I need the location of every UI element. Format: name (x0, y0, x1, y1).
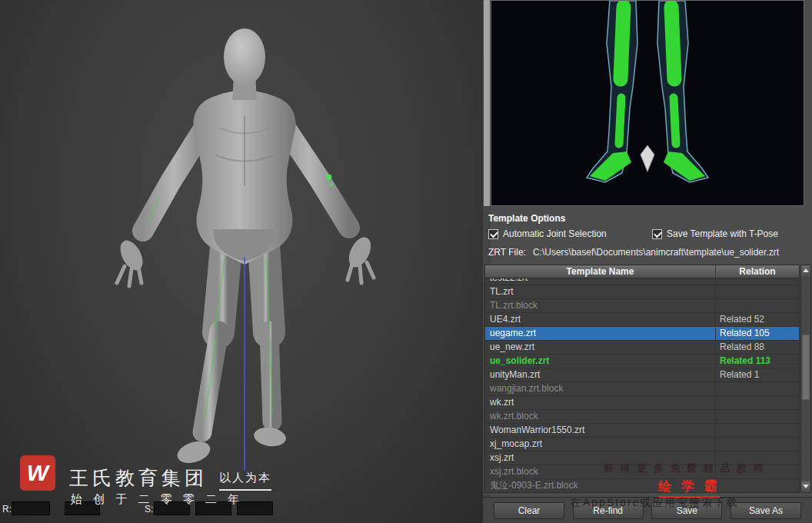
template-name-cell[interactable]: UE4.zrt (485, 313, 716, 326)
template-table-body: test22.zrtTL.zrtTL.zrt.blockUE4.zrtRelat… (485, 278, 799, 493)
table-scrollbar[interactable] (800, 265, 811, 493)
relation-cell (716, 424, 799, 437)
rotate-field[interactable] (12, 501, 50, 515)
relation-cell (716, 382, 799, 395)
template-name-cell[interactable]: xj_mocap.zrt (485, 438, 716, 451)
relation-cell (716, 479, 799, 492)
character-model[interactable] (0, 0, 483, 523)
relation-cell (716, 299, 799, 312)
template-name-cell[interactable]: unityMan.zrt (485, 368, 716, 381)
template-name-cell[interactable]: TL.zrt (485, 285, 716, 298)
animcraft-window: R: S: W 王氏教育集团 以人为本 始 创 于 二 零 零 二 年 (0, 0, 812, 523)
save-button[interactable]: Save (651, 502, 722, 519)
panel-scrollbar-thumb[interactable] (484, 0, 490, 206)
template-name-cell[interactable]: test22.zrt (485, 278, 716, 285)
table-row[interactable]: unityMan.zrtRelated 1 (485, 368, 799, 382)
auto-joint-option: Automatic Joint Selection (488, 228, 652, 239)
table-row[interactable]: uegame.zrtRelated 105 (485, 327, 799, 341)
table-row[interactable]: test22.zrt (485, 278, 799, 285)
template-name-cell[interactable]: TL.zrt.block (485, 299, 716, 312)
options-checkbox-row: Automatic Joint Selection Save Template … (488, 228, 807, 239)
relation-cell (716, 438, 799, 451)
refind-button[interactable]: Re-find (573, 502, 644, 519)
relation-cell (716, 451, 799, 465)
zrt-file-label: ZRT File: (488, 247, 526, 258)
skeleton-legs-preview (491, 1, 804, 205)
template-name-cell[interactable]: uegame.zrt (485, 327, 716, 340)
relation-cell (716, 285, 799, 298)
rotate-label: R: (2, 504, 12, 515)
template-name-cell[interactable]: wk.zrt.block (485, 410, 716, 423)
relation-cell: Related 113 (716, 355, 799, 368)
template-preview (491, 0, 804, 206)
template-name-cell[interactable]: ue_solider.zrt (485, 355, 716, 368)
column-header-relation[interactable]: Relation (716, 265, 799, 278)
template-name-cell[interactable]: 鬼泣-0903-E.zrt.block (485, 479, 716, 492)
template-name-cell[interactable]: xsj.zrt (485, 451, 716, 465)
table-row[interactable]: ue_new.zrtRelated 88 (485, 341, 799, 355)
save-tpose-label: Save Template with T-Pose (667, 228, 778, 239)
scroll-up-button[interactable] (801, 265, 810, 276)
relation-cell (716, 410, 799, 423)
table-scrollbar-thumb[interactable] (802, 335, 810, 400)
watermark-brand-text: 王氏教育集团 (69, 468, 208, 491)
relation-cell: Related 88 (716, 341, 799, 354)
3d-viewport[interactable]: R: S: W 王氏教育集团 以人为本 始 创 于 二 零 零 二 年 (0, 0, 483, 523)
relation-cell (716, 465, 799, 478)
table-row[interactable]: xsj.zrt.block (485, 465, 799, 479)
table-row[interactable]: xj_mocap.zrt (485, 438, 799, 451)
table-row[interactable]: wangjian.zrt.block (485, 382, 799, 396)
relation-cell (716, 396, 799, 409)
joint-marker (327, 175, 332, 180)
template-table-header: Template Name Relation (485, 265, 799, 278)
table-row[interactable]: wk.zrt.block (485, 410, 799, 424)
watermark-founding-text: 始 创 于 二 零 零 二 年 (71, 492, 243, 507)
relation-cell: Related 1 (716, 368, 799, 381)
template-table: Template Name Relation test22.zrtTL.zrtT… (484, 265, 800, 493)
brand-logo: W (20, 455, 55, 491)
template-panel: Template Options Automatic Joint Selecti… (483, 0, 812, 523)
scroll-up-icon (803, 268, 809, 272)
viewport-watermark: W 王氏教育集团 以人为本 (20, 455, 271, 491)
scroll-down-button[interactable] (801, 481, 810, 492)
relation-cell (716, 278, 799, 285)
save-as-button[interactable]: Save As (730, 502, 801, 519)
auto-joint-checkbox[interactable] (488, 229, 498, 239)
save-tpose-option: Save Template with T-Pose (652, 228, 778, 239)
table-row[interactable]: xsj.zrt (485, 451, 799, 465)
table-row[interactable]: UE4.zrtRelated 52 (485, 313, 799, 327)
template-options-title: Template Options (488, 213, 565, 224)
panel-button-bar: Clear Re-find Save Save As (483, 497, 812, 523)
template-name-cell[interactable]: ue_new.zrt (485, 341, 716, 354)
save-tpose-checkbox[interactable] (652, 229, 662, 239)
watermark-slogan-text: 以人为本 (219, 471, 271, 491)
clear-button[interactable]: Clear (494, 502, 564, 519)
relation-cell: Related 52 (716, 313, 799, 326)
zrt-file-path: C:\Users\basef\Documents\animcraft\templ… (533, 247, 779, 258)
table-row[interactable]: TL.zrt (485, 285, 799, 299)
column-header-template-name[interactable]: Template Name (485, 265, 716, 278)
template-name-cell[interactable]: WomanWarrior1550.zrt (485, 424, 716, 437)
scroll-down-icon (803, 485, 809, 488)
table-row[interactable]: TL.zrt.block (485, 299, 799, 313)
template-name-cell[interactable]: wk.zrt (485, 396, 716, 409)
brand-logo-letter: W (27, 460, 48, 486)
table-row[interactable]: ue_solider.zrtRelated 113 (485, 355, 799, 368)
template-name-cell[interactable]: wangjian.zrt.block (485, 382, 716, 395)
table-row[interactable]: wk.zrt (485, 396, 799, 410)
table-row[interactable]: 鬼泣-0903-E.zrt.block (485, 479, 799, 493)
zrt-file-row: ZRT File:C:\Users\basef\Documents\animcr… (488, 247, 779, 258)
relation-cell: Related 105 (716, 327, 799, 340)
auto-joint-label: Automatic Joint Selection (503, 228, 607, 239)
table-row[interactable]: WomanWarrior1550.zrt (485, 424, 799, 438)
joint-marker (330, 183, 334, 187)
template-name-cell[interactable]: xsj.zrt.block (485, 465, 716, 478)
